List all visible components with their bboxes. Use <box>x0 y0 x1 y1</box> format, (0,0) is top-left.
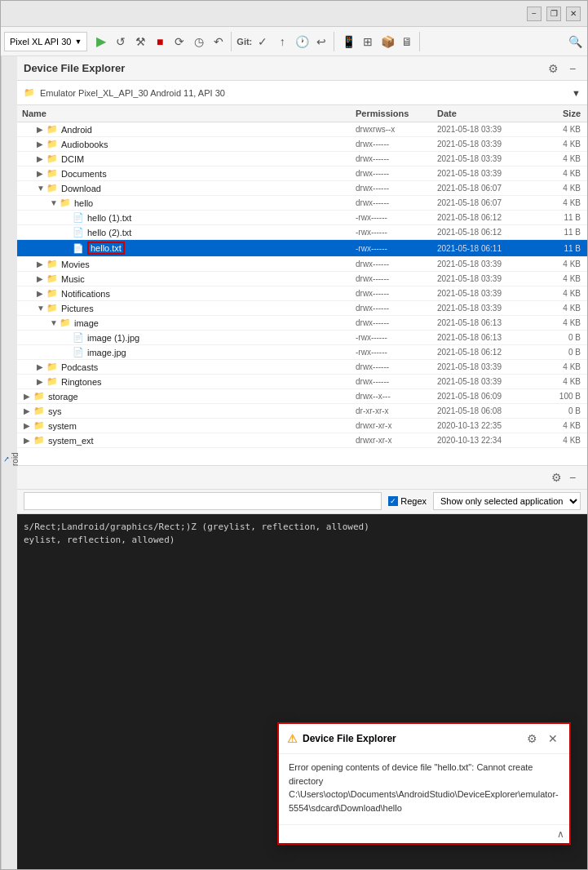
expand-arrow[interactable]: ▶ <box>37 260 46 269</box>
expand-arrow[interactable]: ▶ <box>37 289 46 298</box>
regex-label[interactable]: ✓ Regex <box>388 496 427 506</box>
layout-button[interactable]: ⊞ <box>359 33 377 51</box>
table-row[interactable]: ▶📁storagedrwx--x---2021-05-18 06:09100 B <box>17 389 587 404</box>
expand-arrow[interactable]: ▶ <box>37 362 46 371</box>
build-button[interactable]: ⚒ <box>131 33 149 51</box>
expand-arrow[interactable]: ▼ <box>50 198 60 207</box>
log-line-1: s/Rect;Landroid/graphics/Rect;)Z (greyli… <box>24 521 581 535</box>
explorer-settings-icon[interactable]: ⚙ <box>548 469 564 486</box>
table-row[interactable]: ▶📁system_extdrwxr-xr-x2020-10-13 22:344 … <box>17 433 587 448</box>
title-bar: − ❐ ✕ <box>1 1 587 27</box>
table-row[interactable]: 📄hello (2).txt-rwx------2021-05-18 06:12… <box>17 225 587 240</box>
file-size: 4 KB <box>538 168 587 179</box>
expand-arrow[interactable]: ▶ <box>24 406 33 415</box>
file-permissions: drwx------ <box>351 168 432 179</box>
table-row[interactable]: ▼📁Picturesdrwx------2021-05-18 03:394 KB <box>17 301 587 316</box>
avd-button[interactable]: 🖥 <box>398 33 416 51</box>
table-row[interactable]: ▶📁Audiobooksdrwx------2021-05-18 03:394 … <box>17 137 587 152</box>
tools-section: 📱 ⊞ 📦 🖥 <box>336 32 420 51</box>
app-select[interactable]: Show only selected application <box>433 492 581 510</box>
emulator-dropdown-arrow[interactable]: ▼ <box>572 88 581 98</box>
table-row[interactable]: 📄image.jpg-rwx------2021-05-18 06:120 B <box>17 345 587 360</box>
table-row[interactable]: ▶📁Moviesdrwx------2021-05-18 03:394 KB <box>17 257 587 272</box>
expand-arrow[interactable]: ▶ <box>24 421 33 430</box>
expand-arrow[interactable]: ▼ <box>37 304 46 313</box>
expand-arrow[interactable]: ▶ <box>24 436 33 445</box>
log-line-2: eylist, reflection, allowed) <box>24 534 581 548</box>
table-row[interactable]: ▶📁systemdrwxr-xr-x2020-10-13 22:354 KB <box>17 419 587 433</box>
filter-input[interactable] <box>24 492 382 510</box>
selected-file-label: hello.txt <box>87 242 125 255</box>
table-row[interactable]: ▶📁sysdr-xr-xr-x2021-05-18 06:080 B <box>17 404 587 419</box>
expand-arrow[interactable]: ▼ <box>37 184 46 193</box>
file-date: 2021-05-18 03:39 <box>432 362 538 372</box>
file-permissions: drwx------ <box>351 259 432 269</box>
notification-settings-icon[interactable]: ⚙ <box>524 730 540 747</box>
stop-button[interactable]: ■ <box>151 33 169 51</box>
notification-close-icon[interactable]: ✕ <box>545 730 561 747</box>
file-permissions: drwxr-xr-x <box>351 420 432 431</box>
expand-arrow[interactable]: ▼ <box>50 318 60 327</box>
file-date: 2021-05-18 03:39 <box>432 124 538 135</box>
file-date: 2021-05-18 06:09 <box>432 391 538 402</box>
emulator-button[interactable]: 📱 <box>339 33 357 51</box>
git-push-button[interactable]: ↑ <box>273 33 291 51</box>
folder-icon: 📁 <box>33 435 45 446</box>
table-row[interactable]: ▶📁Androiddrwxrws--x2021-05-18 03:394 KB <box>17 122 587 137</box>
refresh-button[interactable]: ↺ <box>112 33 130 51</box>
file-name: ▶📁Notifications <box>17 287 351 300</box>
file-permissions: dr-xr-xr-x <box>351 406 432 416</box>
table-row[interactable]: 📄hello.txt-rwx------2021-05-18 06:1111 B <box>17 240 587 257</box>
table-row[interactable]: ▶📁Musicdrwx------2021-05-18 03:394 KB <box>17 272 587 286</box>
regex-checkbox[interactable]: ✓ <box>388 496 398 506</box>
table-row[interactable]: 📄hello (1).txt-rwx------2021-05-18 06:12… <box>17 211 587 225</box>
table-row[interactable]: ▼📁imagedrwx------2021-05-18 06:134 KB <box>17 316 587 331</box>
profile-button[interactable]: ◷ <box>190 33 208 51</box>
revert-button[interactable]: ↶ <box>210 33 228 51</box>
search-button[interactable]: 🔍 <box>566 33 584 51</box>
file-permissions: -rwx------ <box>351 227 432 237</box>
table-row[interactable]: 📄image (1).jpg-rwx------2021-05-18 06:13… <box>17 331 587 345</box>
run-button[interactable]: ▶ <box>92 33 110 51</box>
file-permissions: drwx------ <box>351 273 432 284</box>
table-row[interactable]: ▼📁Downloaddrwx------2021-05-18 06:074 KB <box>17 181 587 196</box>
emulator-bar: 📁 Emulator Pixel_XL_API_30 Android 11, A… <box>17 81 587 105</box>
file-name: ▶📁storage <box>17 390 351 402</box>
expand-arrow[interactable]: ▶ <box>37 274 46 283</box>
panel-settings-icon[interactable]: ⚙ <box>545 60 561 77</box>
table-row[interactable]: ▶📁Ringtonesdrwx------2021-05-18 03:394 K… <box>17 375 587 389</box>
notification-header: ⚠ Device File Explorer ⚙ ✕ <box>279 724 569 754</box>
git-commit-button[interactable]: ✓ <box>254 33 272 51</box>
side-tab: ✓ roid <box>1 56 17 869</box>
minimize-button[interactable]: − <box>527 7 542 21</box>
panel-title: Device File Explorer <box>24 62 125 74</box>
table-row[interactable]: ▼📁hellodrwx------2021-05-18 06:074 KB <box>17 196 587 211</box>
expand-arrow[interactable]: ▶ <box>37 154 46 163</box>
sdk-button[interactable]: 📦 <box>378 33 396 51</box>
notification-collapse-button[interactable]: ∧ <box>557 828 564 840</box>
file-size: 4 KB <box>538 317 587 328</box>
folder-icon: 📁 <box>46 183 58 193</box>
table-row[interactable]: ▶📁DCIMdrwx------2021-05-18 03:394 KB <box>17 152 587 166</box>
file-date: 2021-05-18 06:13 <box>432 317 538 328</box>
close-button[interactable]: ✕ <box>566 7 581 21</box>
expand-arrow[interactable]: ▶ <box>37 169 46 178</box>
expand-arrow[interactable]: ▶ <box>37 140 46 149</box>
git-revert-button[interactable]: ↩ <box>312 33 330 51</box>
file-size: 4 KB <box>538 288 587 299</box>
device-selector[interactable]: Pixel XL API 30 ▼ <box>4 32 87 51</box>
expand-arrow[interactable]: ▶ <box>37 377 46 386</box>
file-date: 2021-05-18 03:39 <box>432 273 538 284</box>
table-row[interactable]: ▶📁Documentsdrwx------2021-05-18 03:394 K… <box>17 166 587 181</box>
explorer-minus-icon[interactable]: − <box>564 469 581 486</box>
git-history-button[interactable]: 🕐 <box>293 33 311 51</box>
panel-close-icon[interactable]: − <box>564 60 581 77</box>
expand-arrow[interactable]: ▶ <box>37 125 46 134</box>
sync-button[interactable]: ⟳ <box>170 33 188 51</box>
table-row[interactable]: ▶📁Notificationsdrwx------2021-05-18 03:3… <box>17 286 587 301</box>
table-row[interactable]: ▶📁Podcastsdrwx------2021-05-18 03:394 KB <box>17 360 587 375</box>
file-name: ▼📁image <box>17 317 351 329</box>
expand-arrow[interactable]: ▶ <box>24 392 33 401</box>
restore-button[interactable]: ❐ <box>546 7 561 21</box>
file-permissions: drwx--x--- <box>351 391 432 402</box>
